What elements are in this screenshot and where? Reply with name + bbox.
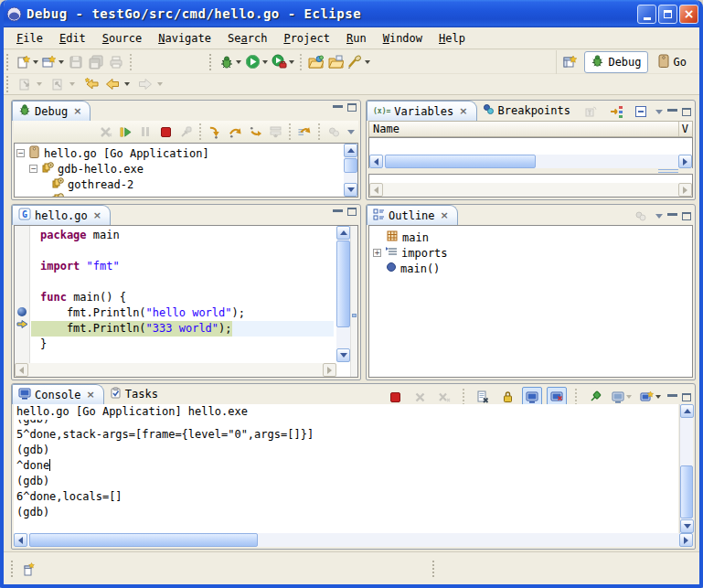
code-line[interactable]: } — [31, 337, 334, 352]
menu-window[interactable]: Window — [376, 30, 430, 47]
print-button[interactable] — [106, 52, 126, 72]
link-with-editor-button[interactable] — [631, 208, 651, 224]
toolbar-grip[interactable] — [209, 54, 214, 70]
scroll-up-button[interactable] — [344, 144, 357, 157]
tree-row[interactable]: − gdb-hello.exe — [15, 161, 357, 176]
outline-item-main-func[interactable]: main() — [369, 261, 692, 276]
close-icon[interactable]: × — [87, 389, 95, 401]
code-line[interactable]: func main() { — [31, 290, 334, 305]
scroll-right-button[interactable] — [678, 183, 692, 197]
close-icon[interactable]: × — [441, 209, 449, 221]
external-tools-button[interactable] — [270, 52, 296, 72]
variables-detail-pane[interactable] — [368, 174, 693, 198]
minimize-view-icon[interactable] — [333, 104, 343, 108]
scroll-left-button[interactable] — [14, 533, 27, 547]
menu-search[interactable]: Search — [220, 30, 274, 47]
console-vertical-scrollbar[interactable] — [679, 404, 693, 533]
outline-item-package[interactable]: main — [369, 230, 692, 245]
console-text-area[interactable]: (gdb) 5^done,stack-args=[frame={level="0… — [14, 420, 678, 533]
view-menu-icon[interactable] — [347, 130, 355, 134]
close-window-button[interactable]: × — [679, 5, 698, 24]
step-return-button[interactable] — [245, 122, 265, 142]
toolbar-grip[interactable] — [6, 54, 11, 70]
new-wizard-button[interactable] — [15, 52, 40, 72]
collapse-all-button[interactable] — [631, 103, 651, 120]
toolbar-grip[interactable] — [6, 76, 11, 92]
tab-breakpoints[interactable]: Breakpoints — [477, 101, 579, 121]
breakpoint-icon[interactable] — [17, 307, 27, 316]
column-separator[interactable] — [678, 122, 679, 136]
scrollbar-thumb[interactable] — [344, 158, 357, 173]
maximize-view-icon[interactable] — [682, 108, 691, 116]
search-button[interactable] — [346, 52, 372, 72]
back-button[interactable] — [102, 74, 122, 94]
code-line-breakpoint[interactable]: fmt.Println("hello world"); — [31, 305, 334, 321]
scrollbar-thumb[interactable] — [29, 533, 258, 547]
editor-vertical-scrollbar[interactable] — [336, 226, 350, 362]
save-all-button[interactable] — [86, 52, 106, 72]
collapse-expander-icon[interactable]: − — [29, 165, 37, 173]
scroll-down-button[interactable] — [336, 348, 350, 362]
disconnect-button[interactable] — [176, 122, 196, 142]
forward-button[interactable] — [135, 74, 155, 94]
minimize-view-icon[interactable] — [667, 393, 677, 397]
console-horizontal-scrollbar[interactable] — [14, 533, 693, 547]
menu-file[interactable]: File — [9, 30, 50, 47]
debug-vertical-scrollbar[interactable] — [344, 144, 357, 197]
last-edit-location-button[interactable] — [82, 74, 102, 94]
step-into-button[interactable] — [205, 122, 225, 142]
editor-horizontal-scrollbar[interactable] — [15, 363, 336, 377]
scroll-up-button[interactable] — [680, 404, 694, 418]
variables-horizontal-scrollbar[interactable] — [369, 155, 692, 168]
column-value-label[interactable]: V — [682, 123, 688, 135]
tree-row[interactable]: − hello.go [Go Application] — [15, 145, 357, 161]
new-project-button[interactable] — [40, 52, 66, 72]
open-perspective-button[interactable] — [560, 52, 581, 72]
minimize-view-icon[interactable] — [333, 208, 343, 212]
maximize-view-icon[interactable] — [682, 393, 691, 401]
step-over-button[interactable] — [225, 122, 245, 142]
code-line[interactable]: import "fmt" — [31, 259, 334, 274]
scroll-right-button[interactable] — [679, 533, 693, 547]
scroll-right-button[interactable] — [678, 155, 692, 168]
scroll-left-button[interactable] — [369, 155, 383, 168]
open-folder-button[interactable] — [325, 52, 346, 72]
outline-item-imports[interactable]: + imports — [369, 245, 692, 261]
minimize-view-icon[interactable] — [667, 108, 677, 112]
tab-hello-go[interactable]: G hello.go × — [12, 205, 111, 225]
open-resource-button[interactable] — [305, 52, 325, 72]
code-line-current[interactable]: fmt.Println("333 world"); — [31, 321, 334, 337]
save-button[interactable] — [66, 52, 86, 72]
fast-view-button[interactable] — [19, 559, 39, 579]
variables-column-header[interactable]: Name V — [368, 121, 693, 137]
close-icon[interactable]: × — [459, 105, 467, 117]
maximize-window-button[interactable] — [658, 5, 677, 24]
scroll-left-button[interactable] — [369, 183, 383, 197]
debug-options-button[interactable] — [324, 122, 344, 142]
perspective-debug-button[interactable]: Debug — [584, 51, 647, 73]
view-menu-icon[interactable] — [655, 110, 663, 114]
minimize-window-button[interactable] — [637, 5, 656, 24]
menu-help[interactable]: Help — [431, 30, 473, 47]
tab-debug[interactable]: Debug × — [12, 101, 91, 121]
editor-code-area[interactable]: package main import "fmt" func main() { … — [31, 228, 334, 352]
scroll-down-button[interactable] — [344, 183, 357, 197]
scrollbar-thumb[interactable] — [385, 155, 536, 168]
column-name-label[interactable]: Name — [373, 123, 678, 135]
show-type-names-button[interactable] — [581, 103, 602, 120]
tree-row-partial[interactable] — [15, 192, 357, 198]
tree-row[interactable]: gothread-2 — [15, 176, 357, 192]
overview-ruler[interactable] — [350, 226, 357, 377]
variables-tree[interactable] — [368, 137, 693, 168]
scrollbar-thumb[interactable] — [336, 241, 350, 327]
outline-tree[interactable]: main + imports main() — [368, 225, 693, 378]
menu-project[interactable]: Project — [276, 30, 337, 47]
perspective-go-button[interactable]: Go — [652, 52, 692, 72]
scroll-right-button[interactable] — [323, 363, 336, 377]
drop-to-frame-button[interactable] — [265, 122, 285, 142]
terminate-button[interactable] — [155, 122, 176, 142]
close-icon[interactable]: × — [93, 209, 101, 221]
tab-tasks[interactable]: Tasks — [104, 384, 166, 404]
use-step-filters-button[interactable] — [294, 122, 314, 142]
scrollbar-thumb[interactable] — [680, 465, 693, 519]
